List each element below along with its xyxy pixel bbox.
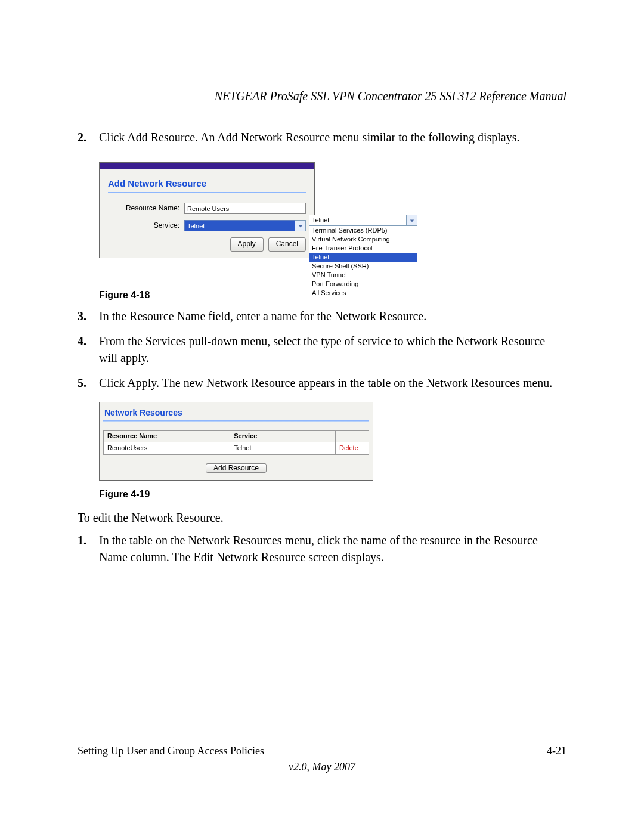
chevron-down-icon[interactable] [406,215,417,226]
service-row: Service: Telnet [108,220,306,231]
step-5: 5. Click Apply. The new Network Resource… [78,374,566,391]
delete-link[interactable]: Delete [339,444,358,451]
add-network-resource-panel: Add Network Resource Resource Name: Remo… [99,162,315,258]
dropdown-option[interactable]: File Transer Protocol [309,244,417,253]
resource-name-label: Resource Name: [108,203,184,213]
resources-table: Resource Name Service RemoteUsers Telnet… [103,430,369,455]
dropdown-option[interactable]: VPN Tunnel [309,271,417,280]
cell-service: Telnet [230,442,336,454]
paragraph: To edit the Network Resource. [78,509,566,526]
step-1: 1. In the table on the Network Resources… [78,532,566,565]
table-header-row: Resource Name Service [104,430,369,442]
divider [103,420,369,422]
panel-titlebar [100,163,314,169]
service-combo-value: Telnet [184,220,295,231]
cell-resource-name[interactable]: RemoteUsers [104,442,230,454]
step-text: Click Apply. The new Network Resource ap… [99,374,566,391]
resource-name-input[interactable]: Remote Users [184,203,306,214]
figure-caption: Figure 4-19 [99,488,566,501]
page-header: NETGEAR ProSafe SSL VPN Concentrator 25 … [78,89,566,107]
footer-section-title: Setting Up User and Group Access Policie… [78,745,264,757]
footer-version: v2.0, May 2007 [78,761,566,773]
table-row: RemoteUsers Telnet Delete [104,442,369,454]
service-dropdown[interactable]: Telnet Terminal Services (RDP5) Virtual … [309,215,417,298]
figure-4-19: Network Resources Resource Name Service … [99,402,373,480]
cell-action: Delete [336,442,369,454]
col-resource-name: Resource Name [104,430,230,442]
step-text: In the table on the Network Resources me… [99,532,566,565]
panel-title: Network Resources [104,407,368,419]
panel-title: Add Network Resource [108,177,306,190]
dropdown-selected-value: Telnet [309,215,406,226]
step-number: 5. [78,374,99,391]
step-number: 4. [78,333,99,366]
dropdown-option[interactable]: Terminal Services (RDP5) [309,226,417,235]
step-2: 2. Click Add Resource. An Add Network Re… [78,129,566,145]
dropdown-option[interactable]: Secure Shell (SSH) [309,262,417,271]
add-resource-button[interactable]: Add Resource [206,463,267,473]
figure-4-18: Add Network Resource Resource Name: Remo… [99,162,421,281]
step-text: Click Add Resource. An Add Network Resou… [99,129,566,145]
service-combo[interactable]: Telnet [184,220,306,231]
step-number: 1. [78,532,99,565]
step-text: From the Services pull-down menu, select… [99,333,566,366]
apply-button[interactable]: Apply [230,237,264,252]
dropdown-option[interactable]: Virtual Network Computing [309,235,417,244]
step-4: 4. From the Services pull-down menu, sel… [78,333,566,366]
dropdown-option-selected[interactable]: Telnet [309,253,417,262]
resource-name-row: Resource Name: Remote Users [108,203,306,214]
step-number: 3. [78,308,99,324]
step-number: 2. [78,129,99,145]
footer-page-number: 4-21 [547,745,566,757]
page-footer: Setting Up User and Group Access Policie… [78,741,566,773]
chevron-down-icon[interactable] [295,220,306,231]
step-text: In the Resource Name field, enter a name… [99,308,566,324]
svg-marker-0 [298,225,302,227]
dropdown-option[interactable]: All Services [309,289,417,298]
dropdown-option[interactable]: Port Forwarding [309,280,417,289]
step-3: 3. In the Resource Name field, enter a n… [78,308,566,324]
service-label: Service: [108,221,184,231]
svg-marker-1 [410,219,413,222]
divider [108,192,306,193]
page-body: 2. Click Add Resource. An Add Network Re… [78,129,566,565]
col-service: Service [230,430,336,442]
col-action [336,430,369,442]
document-page: NETGEAR ProSafe SSL VPN Concentrator 25 … [0,0,644,833]
cancel-button[interactable]: Cancel [268,237,306,252]
